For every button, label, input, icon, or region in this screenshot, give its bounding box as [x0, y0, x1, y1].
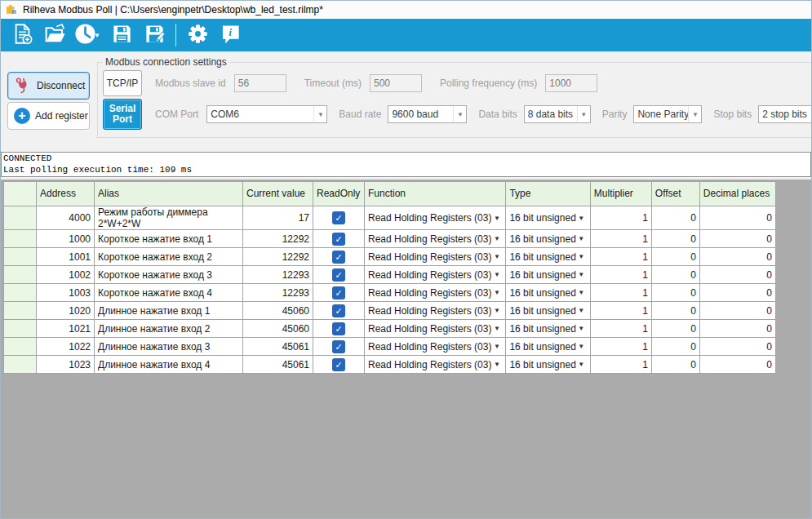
function-select[interactable]: Read Holding Registers (03)▼ — [368, 323, 502, 335]
column-header[interactable]: Function — [365, 182, 506, 206]
add-register-button[interactable]: + Add register — [7, 102, 90, 130]
column-header[interactable]: Decimal places — [699, 182, 775, 206]
multiplier-cell[interactable]: 1 — [590, 284, 651, 302]
decimal-places-cell[interactable]: 0 — [699, 248, 775, 266]
address-cell[interactable]: 1021 — [37, 320, 95, 338]
function-select[interactable]: Read Holding Registers (03)▼ — [368, 287, 502, 299]
column-header[interactable]: Address — [37, 182, 95, 206]
type-select[interactable]: 16 bit unsigned▼ — [509, 287, 586, 299]
disconnect-button[interactable]: Disconnect — [7, 72, 90, 100]
save-as-button[interactable] — [138, 20, 171, 50]
readonly-checkbox[interactable]: ✓ — [332, 211, 345, 224]
new-file-button[interactable] — [6, 20, 38, 50]
current-value-cell[interactable]: 17 — [243, 206, 313, 230]
readonly-checkbox[interactable]: ✓ — [332, 233, 345, 246]
offset-cell[interactable]: 0 — [651, 320, 699, 338]
function-select[interactable]: Read Holding Registers (03)▼ — [368, 359, 502, 370]
current-value-cell[interactable]: 12292 — [243, 248, 313, 266]
readonly-checkbox[interactable]: ✓ — [332, 358, 345, 371]
decimal-places-cell[interactable]: 0 — [699, 338, 775, 356]
row-selector[interactable] — [4, 284, 37, 302]
address-cell[interactable]: 1003 — [37, 284, 95, 302]
polling-frequency-field[interactable] — [545, 74, 597, 92]
timeout-field[interactable] — [370, 74, 422, 92]
parity-select[interactable]: None Parity ▼ — [633, 105, 702, 123]
readonly-checkbox[interactable]: ✓ — [332, 268, 345, 282]
settings-button[interactable] — [181, 20, 214, 50]
info-button[interactable]: i — [214, 20, 246, 50]
row-selector[interactable] — [4, 356, 37, 374]
column-header[interactable]: ReadOnly — [313, 182, 365, 206]
row-selector[interactable] — [4, 338, 37, 356]
function-select[interactable]: Read Holding Registers (03)▼ — [368, 305, 502, 317]
column-header[interactable]: Alias — [95, 182, 243, 206]
row-selector[interactable] — [4, 230, 37, 248]
offset-cell[interactable]: 0 — [651, 302, 699, 320]
alias-cell[interactable]: Короткое нажатие вход 1 — [95, 230, 243, 248]
current-value-cell[interactable]: 45061 — [243, 338, 313, 356]
type-select[interactable]: 16 bit unsigned▼ — [509, 305, 586, 317]
offset-cell[interactable]: 0 — [651, 206, 699, 230]
save-button[interactable] — [105, 20, 138, 50]
alias-cell[interactable]: Длинное нажатие вход 1 — [95, 302, 243, 320]
decimal-places-cell[interactable]: 0 — [699, 302, 775, 320]
com-port-select[interactable]: COM6 ▼ — [206, 105, 327, 123]
address-cell[interactable]: 1022 — [37, 338, 95, 356]
current-value-cell[interactable]: 12293 — [243, 266, 313, 284]
readonly-checkbox[interactable]: ✓ — [332, 340, 345, 353]
function-select[interactable]: Read Holding Registers (03)▼ — [368, 341, 502, 353]
column-header[interactable]: Offset — [651, 182, 699, 206]
decimal-places-cell[interactable]: 0 — [699, 356, 775, 374]
row-selector[interactable] — [4, 266, 37, 284]
tcpip-mode-button[interactable]: TCP/IP — [103, 70, 142, 96]
type-select[interactable]: 16 bit unsigned▼ — [509, 323, 586, 335]
column-header[interactable]: Type — [506, 182, 590, 206]
alias-cell[interactable]: Короткое нажатие вход 3 — [95, 266, 243, 284]
row-selector[interactable] — [4, 206, 37, 230]
current-value-cell[interactable]: 45061 — [243, 356, 313, 374]
address-cell[interactable]: 1001 — [37, 248, 95, 266]
address-cell[interactable]: 1023 — [37, 356, 95, 374]
alias-cell[interactable]: Длинное нажатие вход 3 — [95, 338, 243, 356]
stop-bits-select[interactable]: 2 stop bits ▼ — [758, 105, 812, 123]
readonly-checkbox[interactable]: ✓ — [332, 304, 345, 317]
offset-cell[interactable]: 0 — [651, 356, 699, 374]
decimal-places-cell[interactable]: 0 — [699, 284, 775, 302]
multiplier-cell[interactable]: 1 — [590, 302, 651, 320]
address-cell[interactable]: 1000 — [37, 230, 95, 248]
multiplier-cell[interactable]: 1 — [590, 230, 651, 248]
readonly-checkbox[interactable]: ✓ — [332, 251, 345, 264]
row-selector[interactable] — [4, 302, 37, 320]
offset-cell[interactable]: 0 — [651, 230, 699, 248]
current-value-cell[interactable]: 12292 — [243, 230, 313, 248]
column-header[interactable]: Multiplier — [590, 182, 651, 206]
multiplier-cell[interactable]: 1 — [590, 248, 651, 266]
function-select[interactable]: Read Holding Registers (03)▼ — [368, 212, 502, 224]
readonly-checkbox[interactable]: ✓ — [332, 322, 345, 335]
function-select[interactable]: Read Holding Registers (03)▼ — [368, 269, 502, 281]
offset-cell[interactable]: 0 — [651, 338, 699, 356]
type-select[interactable]: 16 bit unsigned▼ — [509, 341, 586, 353]
open-file-button[interactable] — [38, 20, 71, 50]
recent-files-dropdown-arrow[interactable]: ▼ — [94, 32, 104, 39]
alias-cell[interactable]: Короткое нажатие вход 2 — [95, 248, 243, 266]
address-cell[interactable]: 1002 — [37, 266, 95, 284]
alias-cell[interactable]: Длинное нажатие вход 2 — [95, 320, 243, 338]
decimal-places-cell[interactable]: 0 — [699, 320, 775, 338]
alias-cell[interactable]: Короткое нажатие вход 4 — [95, 284, 243, 302]
multiplier-cell[interactable]: 1 — [590, 266, 651, 284]
decimal-places-cell[interactable]: 0 — [699, 230, 775, 248]
function-select[interactable]: Read Holding Registers (03)▼ — [368, 251, 502, 263]
multiplier-cell[interactable]: 1 — [590, 206, 651, 230]
address-cell[interactable]: 4000 — [37, 206, 95, 230]
serial-mode-button[interactable]: SerialPort — [103, 99, 142, 130]
type-select[interactable]: 16 bit unsigned▼ — [509, 359, 586, 370]
alias-cell[interactable]: Режим работы диммера 2*W+2*W — [95, 206, 243, 230]
alias-cell[interactable]: Длинное нажатие вход 4 — [95, 356, 243, 374]
current-value-cell[interactable]: 12293 — [243, 284, 313, 302]
current-value-cell[interactable]: 45060 — [243, 320, 313, 338]
decimal-places-cell[interactable]: 0 — [699, 266, 775, 284]
readonly-checkbox[interactable]: ✓ — [332, 286, 345, 299]
decimal-places-cell[interactable]: 0 — [699, 206, 775, 230]
offset-cell[interactable]: 0 — [651, 266, 699, 284]
